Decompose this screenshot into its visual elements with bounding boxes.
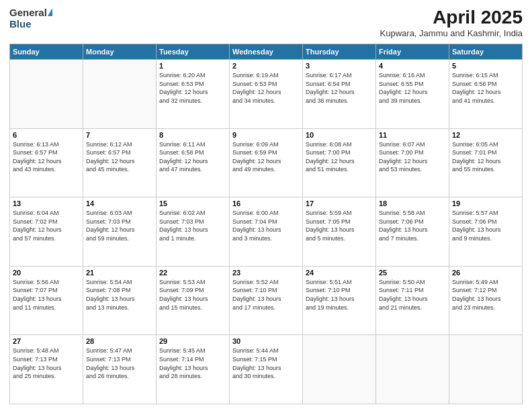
logo-triangle-icon: [48, 8, 52, 16]
day-detail: Sunrise: 6:00 AM Sunset: 7:04 PM Dayligh…: [232, 209, 300, 242]
day-number: 6: [13, 131, 80, 139]
title-block: April 2025 Kupwara, Jammu and Kashmir, I…: [380, 7, 523, 38]
col-sunday: Sunday: [10, 44, 83, 60]
calendar-cell: 8Sunrise: 6:11 AM Sunset: 6:58 PM Daylig…: [157, 128, 230, 197]
calendar-cell: 12Sunrise: 6:05 AM Sunset: 7:01 PM Dayli…: [449, 128, 523, 197]
day-detail: Sunrise: 5:58 AM Sunset: 7:06 PM Dayligh…: [379, 209, 446, 242]
calendar-cell: 6Sunrise: 6:13 AM Sunset: 6:57 PM Daylig…: [10, 128, 83, 197]
day-detail: Sunrise: 5:56 AM Sunset: 7:07 PM Dayligh…: [13, 278, 80, 312]
calendar-cell: [83, 60, 157, 129]
day-detail: Sunrise: 5:54 AM Sunset: 7:08 PM Dayligh…: [86, 278, 153, 312]
calendar-cell: 14Sunrise: 6:03 AM Sunset: 7:03 PM Dayli…: [83, 197, 157, 267]
calendar-cell: 25Sunrise: 5:50 AM Sunset: 7:11 PM Dayli…: [376, 266, 449, 335]
day-number: 14: [86, 199, 153, 208]
day-detail: Sunrise: 6:07 AM Sunset: 7:00 PM Dayligh…: [379, 140, 446, 174]
calendar-cell: 20Sunrise: 5:56 AM Sunset: 7:07 PM Dayli…: [10, 266, 83, 335]
calendar-cell: 17Sunrise: 5:59 AM Sunset: 7:05 PM Dayli…: [303, 197, 376, 267]
calendar-cell: [303, 335, 376, 404]
day-detail: Sunrise: 6:16 AM Sunset: 6:55 PM Dayligh…: [379, 71, 446, 105]
day-detail: Sunrise: 6:15 AM Sunset: 6:56 PM Dayligh…: [452, 71, 519, 105]
calendar-location: Kupwara, Jammu and Kashmir, India: [380, 28, 523, 38]
day-number: 11: [379, 131, 446, 139]
logo: General Blue: [9, 7, 52, 30]
day-detail: Sunrise: 5:44 AM Sunset: 7:15 PM Dayligh…: [232, 347, 300, 380]
day-number: 7: [86, 131, 153, 139]
calendar-cell: 18Sunrise: 5:58 AM Sunset: 7:06 PM Dayli…: [376, 197, 449, 267]
day-detail: Sunrise: 5:47 AM Sunset: 7:13 PM Dayligh…: [86, 347, 153, 380]
calendar-cell: 3Sunrise: 6:17 AM Sunset: 6:54 PM Daylig…: [303, 60, 376, 129]
day-number: 9: [232, 131, 300, 139]
calendar-cell: 5Sunrise: 6:15 AM Sunset: 6:56 PM Daylig…: [449, 60, 523, 129]
calendar-cell: 19Sunrise: 5:57 AM Sunset: 7:06 PM Dayli…: [449, 197, 523, 267]
calendar-cell: 9Sunrise: 6:09 AM Sunset: 6:59 PM Daylig…: [230, 128, 303, 197]
calendar-page: General Blue April 2025 Kupwara, Jammu a…: [0, 0, 532, 411]
calendar-cell: 10Sunrise: 6:08 AM Sunset: 7:00 PM Dayli…: [303, 128, 376, 197]
calendar-cell: 26Sunrise: 5:49 AM Sunset: 7:12 PM Dayli…: [449, 266, 523, 335]
calendar-cell: 24Sunrise: 5:51 AM Sunset: 7:10 PM Dayli…: [303, 266, 376, 335]
col-wednesday: Wednesday: [230, 44, 303, 60]
calendar-week-row: 13Sunrise: 6:04 AM Sunset: 7:02 PM Dayli…: [10, 197, 523, 267]
day-detail: Sunrise: 5:49 AM Sunset: 7:12 PM Dayligh…: [452, 278, 519, 312]
calendar-cell: [449, 335, 523, 404]
day-number: 2: [232, 62, 300, 70]
logo-blue-text: Blue: [9, 18, 32, 30]
calendar-cell: 2Sunrise: 6:19 AM Sunset: 6:53 PM Daylig…: [230, 60, 303, 129]
day-detail: Sunrise: 6:17 AM Sunset: 6:54 PM Dayligh…: [306, 71, 373, 105]
calendar-cell: 16Sunrise: 6:00 AM Sunset: 7:04 PM Dayli…: [230, 197, 303, 267]
calendar-cell: 27Sunrise: 5:48 AM Sunset: 7:13 PM Dayli…: [10, 335, 83, 404]
day-number: 4: [379, 62, 446, 70]
header: General Blue April 2025 Kupwara, Jammu a…: [9, 7, 523, 38]
calendar-cell: 1Sunrise: 6:20 AM Sunset: 6:53 PM Daylig…: [157, 60, 230, 129]
day-number: 15: [159, 199, 226, 208]
day-number: 22: [159, 269, 226, 277]
day-number: 26: [452, 269, 519, 277]
calendar-cell: 29Sunrise: 5:45 AM Sunset: 7:14 PM Dayli…: [157, 335, 230, 404]
calendar-cell: 28Sunrise: 5:47 AM Sunset: 7:13 PM Dayli…: [83, 335, 157, 404]
day-number: 24: [306, 269, 373, 277]
day-number: 23: [232, 269, 300, 277]
calendar-cell: 23Sunrise: 5:52 AM Sunset: 7:10 PM Dayli…: [230, 266, 303, 335]
calendar-week-row: 1Sunrise: 6:20 AM Sunset: 6:53 PM Daylig…: [10, 60, 523, 129]
day-number: 16: [232, 199, 300, 208]
day-number: 19: [452, 199, 519, 208]
calendar-table: Sunday Monday Tuesday Wednesday Thursday…: [9, 44, 523, 404]
day-number: 25: [379, 269, 446, 277]
day-number: 18: [379, 199, 446, 208]
day-detail: Sunrise: 5:53 AM Sunset: 7:09 PM Dayligh…: [159, 278, 226, 312]
day-number: 12: [452, 131, 519, 139]
day-detail: Sunrise: 6:12 AM Sunset: 6:57 PM Dayligh…: [86, 140, 153, 174]
calendar-header-row: Sunday Monday Tuesday Wednesday Thursday…: [10, 44, 523, 60]
col-monday: Monday: [83, 44, 157, 60]
day-number: 21: [86, 269, 153, 277]
day-detail: Sunrise: 6:19 AM Sunset: 6:53 PM Dayligh…: [232, 71, 300, 105]
day-number: 20: [13, 269, 80, 277]
calendar-week-row: 6Sunrise: 6:13 AM Sunset: 6:57 PM Daylig…: [10, 128, 523, 197]
day-detail: Sunrise: 6:08 AM Sunset: 7:00 PM Dayligh…: [306, 140, 373, 174]
day-detail: Sunrise: 5:59 AM Sunset: 7:05 PM Dayligh…: [306, 209, 373, 242]
col-thursday: Thursday: [303, 44, 376, 60]
calendar-cell: 13Sunrise: 6:04 AM Sunset: 7:02 PM Dayli…: [10, 197, 83, 267]
calendar-week-row: 27Sunrise: 5:48 AM Sunset: 7:13 PM Dayli…: [10, 335, 523, 404]
day-detail: Sunrise: 5:50 AM Sunset: 7:11 PM Dayligh…: [379, 278, 446, 312]
calendar-cell: 15Sunrise: 6:02 AM Sunset: 7:03 PM Dayli…: [157, 197, 230, 267]
col-tuesday: Tuesday: [157, 44, 230, 60]
day-number: 1: [159, 62, 226, 70]
day-detail: Sunrise: 6:02 AM Sunset: 7:03 PM Dayligh…: [159, 209, 226, 242]
day-detail: Sunrise: 6:11 AM Sunset: 6:58 PM Dayligh…: [159, 140, 226, 174]
day-number: 30: [232, 337, 300, 345]
day-detail: Sunrise: 5:48 AM Sunset: 7:13 PM Dayligh…: [13, 347, 80, 380]
day-detail: Sunrise: 5:51 AM Sunset: 7:10 PM Dayligh…: [306, 278, 373, 312]
calendar-cell: 4Sunrise: 6:16 AM Sunset: 6:55 PM Daylig…: [376, 60, 449, 129]
day-detail: Sunrise: 6:13 AM Sunset: 6:57 PM Dayligh…: [13, 140, 80, 174]
day-detail: Sunrise: 5:57 AM Sunset: 7:06 PM Dayligh…: [452, 209, 519, 242]
day-number: 8: [159, 131, 226, 139]
calendar-title: April 2025: [380, 7, 523, 28]
day-number: 28: [86, 337, 153, 345]
logo-general-text: General: [9, 7, 47, 18]
day-detail: Sunrise: 6:09 AM Sunset: 6:59 PM Dayligh…: [232, 140, 300, 174]
day-detail: Sunrise: 6:03 AM Sunset: 7:03 PM Dayligh…: [86, 209, 153, 242]
calendar-cell: 21Sunrise: 5:54 AM Sunset: 7:08 PM Dayli…: [83, 266, 157, 335]
calendar-cell: [10, 60, 83, 129]
day-detail: Sunrise: 6:04 AM Sunset: 7:02 PM Dayligh…: [13, 209, 80, 242]
calendar-cell: 11Sunrise: 6:07 AM Sunset: 7:00 PM Dayli…: [376, 128, 449, 197]
